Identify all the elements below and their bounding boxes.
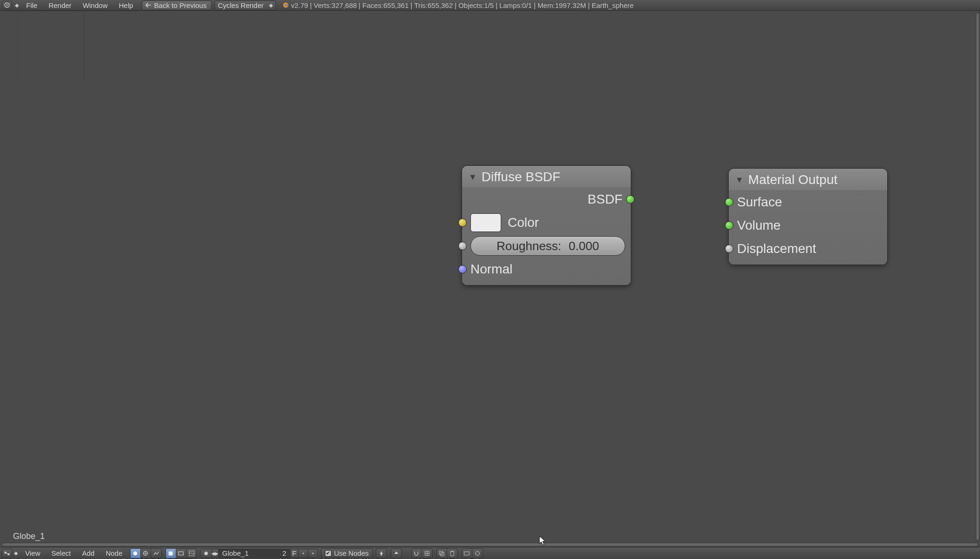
tree-compositing-button[interactable]	[176, 549, 186, 558]
svg-point-8	[4, 552, 6, 553]
input-volume-socket[interactable]	[725, 221, 733, 230]
tree-type-group	[166, 548, 197, 559]
input-normal-socket[interactable]	[458, 265, 467, 273]
node-header-material-output[interactable]: ▼ Material Output	[729, 169, 887, 190]
shader-linestyle-button[interactable]	[151, 549, 161, 558]
editor-type-chevron-icon[interactable]: ◆	[12, 550, 20, 556]
use-nodes-check-icon: ✔	[325, 550, 331, 557]
input-surface-row: Surface	[734, 192, 882, 212]
roughness-label: Roughness:	[497, 239, 561, 253]
svg-rect-16	[440, 551, 443, 554]
use-nodes-toggle[interactable]: ✔ Use Nodes	[321, 548, 373, 558]
engine-label: Cycles Render	[218, 1, 263, 9]
editor-type-selector[interactable]	[2, 549, 12, 558]
input-color-row: Color	[468, 212, 625, 233]
menu-file[interactable]: File	[21, 1, 43, 9]
input-surface-socket[interactable]	[725, 198, 733, 206]
canvas-hscroll[interactable]	[2, 543, 978, 546]
node-diffuse-bsdf[interactable]: ▼ Diffuse BSDF BSDF Color Roughness: 0.0…	[462, 165, 631, 286]
backdrop-toggle-button[interactable]	[462, 549, 472, 558]
canvas-material-name: Globe_1	[13, 532, 45, 541]
roughness-field[interactable]: Roughness: 0.000	[470, 236, 625, 256]
node-title-label: Material Output	[748, 172, 837, 187]
material-user-count[interactable]: 2	[279, 549, 290, 558]
input-color-socket[interactable]	[458, 218, 467, 227]
node-editor-canvas[interactable]: ▸ ▼ Diffuse BSDF BSDF	[0, 11, 980, 547]
back-to-previous-button[interactable]: Back to Previous	[142, 0, 212, 10]
svg-rect-17	[441, 552, 444, 556]
pin-button[interactable]	[376, 549, 386, 558]
input-surface-label: Surface	[737, 195, 782, 210]
menu-window[interactable]: Window	[77, 1, 113, 9]
collapse-triangle-icon[interactable]: ▼	[469, 172, 477, 182]
autorender-group	[462, 548, 483, 559]
input-volume-row: Volume	[734, 215, 882, 236]
stat-mem: Mem:1997.32M	[538, 1, 586, 9]
material-datablock: ◂▸ Globe_1 2 F	[200, 549, 318, 558]
shader-world-button[interactable]	[141, 549, 151, 558]
editor-type-icon[interactable]	[2, 1, 12, 9]
menu-add[interactable]: Add	[76, 549, 100, 557]
output-bsdf-socket[interactable]	[626, 195, 635, 204]
tree-texture-button[interactable]	[186, 549, 197, 558]
material-new-button[interactable]	[299, 549, 308, 558]
input-displacement-row: Displacement	[734, 239, 882, 259]
material-browse-chevron-icon[interactable]: ◂▸	[212, 549, 219, 558]
back-label: Back to Previous	[154, 1, 207, 9]
node-material-output[interactable]: ▼ Material Output Surface Volume Displac…	[728, 168, 888, 265]
input-roughness-socket[interactable]	[458, 242, 467, 250]
material-name-field[interactable]: Globe_1	[219, 549, 279, 557]
input-roughness-row: Roughness: 0.000	[468, 236, 625, 256]
goto-parent-group	[391, 548, 402, 559]
output-bsdf-row: BSDF	[468, 189, 625, 210]
material-unlink-button[interactable]	[308, 549, 317, 558]
menu-render[interactable]: Render	[43, 1, 77, 9]
svg-rect-13	[179, 552, 184, 555]
svg-point-4	[286, 5, 287, 6]
canvas-vscroll[interactable]	[976, 13, 980, 540]
blender-logo-icon	[282, 1, 289, 9]
copy-nodes-button[interactable]	[437, 549, 447, 558]
snap-type-button[interactable]	[422, 549, 432, 558]
menu-node[interactable]: Node	[100, 549, 128, 557]
snap-group	[411, 548, 433, 559]
node-header-diffuse[interactable]: ▼ Diffuse BSDF	[462, 166, 631, 187]
input-displacement-socket[interactable]	[725, 245, 733, 253]
material-browse-button[interactable]	[200, 549, 212, 558]
copy-paste-group	[436, 548, 458, 559]
input-displacement-label: Displacement	[737, 241, 816, 256]
stat-tris: Tris:655,362	[414, 1, 453, 9]
material-fake-user-button[interactable]: F	[290, 549, 299, 558]
paste-nodes-button[interactable]	[447, 549, 457, 558]
auto-render-button[interactable]	[472, 549, 483, 558]
shader-type-group	[130, 548, 162, 559]
shader-object-button[interactable]	[131, 549, 141, 558]
svg-point-1	[7, 5, 8, 6]
stat-scene-name: Earth_sphere	[592, 1, 634, 9]
menu-help[interactable]: Help	[113, 1, 139, 9]
input-color-label: Color	[508, 215, 539, 230]
roughness-value: 0.000	[569, 239, 599, 253]
svg-rect-12	[169, 551, 173, 555]
engine-chevron-icon: ◆	[269, 2, 273, 8]
collapse-triangle-icon[interactable]: ▼	[735, 175, 744, 185]
scene-stats: v2.79 | Verts:327,688 | Faces:655,361 | …	[280, 1, 634, 9]
stat-faces: Faces:655,361	[362, 1, 408, 9]
use-nodes-label: Use Nodes	[334, 549, 369, 557]
node-title-label: Diffuse BSDF	[482, 170, 560, 184]
menu-select[interactable]: Select	[46, 549, 76, 557]
stat-objects: Objects:1/5	[458, 1, 494, 9]
svg-point-10	[133, 551, 138, 555]
input-normal-row: Normal	[468, 259, 625, 280]
svg-rect-7	[5, 11, 140, 81]
render-engine-selector[interactable]: Cycles Render ◆	[214, 0, 276, 10]
input-normal-label: Normal	[470, 262, 512, 277]
tree-shader-button[interactable]	[166, 549, 176, 558]
svg-rect-18	[450, 551, 454, 556]
goto-parent-button[interactable]	[391, 549, 401, 558]
snap-toggle-button[interactable]	[412, 549, 422, 558]
menu-view[interactable]: View	[20, 549, 46, 557]
color-swatch[interactable]	[470, 213, 501, 232]
editor-type-chevron-icon[interactable]: ◆	[13, 2, 21, 8]
svg-rect-20	[464, 552, 469, 555]
